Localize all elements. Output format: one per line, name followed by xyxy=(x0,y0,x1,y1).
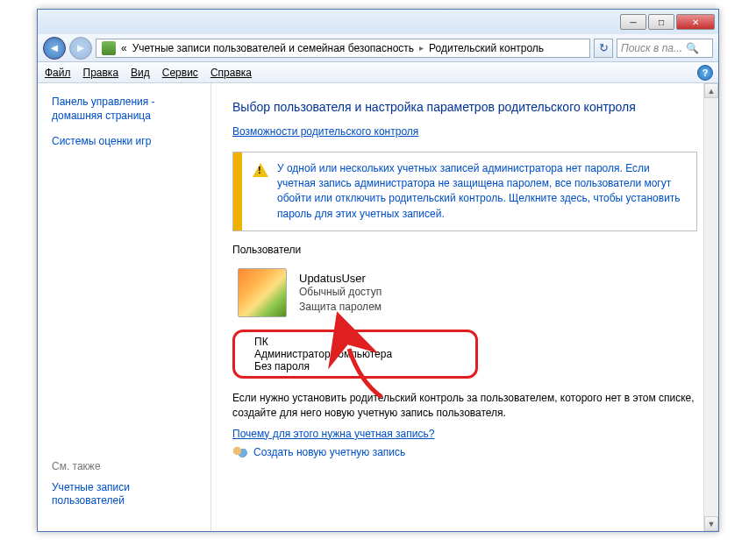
create-account-label: Создать новую учетную запись xyxy=(253,446,405,458)
search-placeholder: Поиск в па... xyxy=(621,42,682,54)
help-icon[interactable]: ? xyxy=(697,65,713,81)
users-icon xyxy=(232,445,248,459)
address-bar: ◄ ► « Учетные записи пользователей и сем… xyxy=(38,34,718,62)
search-input[interactable]: Поиск в па... 🔍 xyxy=(617,39,713,58)
control-panel-window: ─ □ ✕ ◄ ► « Учетные записи пользователей… xyxy=(37,9,719,532)
sidebar: Панель управления - домашняя страница Си… xyxy=(38,83,211,531)
warning-icon xyxy=(253,163,268,177)
menu-view[interactable]: Вид xyxy=(131,67,150,79)
user-access: Администратор компьютера xyxy=(254,348,392,360)
see-also-label: См. также xyxy=(52,460,200,472)
content-pane: Выбор пользователя и настройка параметро… xyxy=(211,83,718,531)
scroll-down-icon[interactable]: ▼ xyxy=(704,516,718,531)
note-text: Если нужно установить родительский контр… xyxy=(232,391,697,421)
scroll-up-icon[interactable]: ▲ xyxy=(704,83,718,98)
user-password: Без пароля xyxy=(254,360,392,372)
breadcrumb-part2[interactable]: Родительский контроль xyxy=(429,42,544,54)
user-name: ПК xyxy=(254,336,392,348)
avatar xyxy=(238,268,287,317)
user-name: UpdatusUser xyxy=(299,272,382,285)
user-password: Защита паролем xyxy=(299,300,382,314)
search-icon: 🔍 xyxy=(686,42,699,54)
warning-text: У одной или нескольких учетных записей а… xyxy=(277,161,686,223)
menu-file[interactable]: Файл xyxy=(45,67,71,79)
user-access: Обычный доступ xyxy=(299,285,382,299)
sidebar-home-link[interactable]: Панель управления - домашняя страница xyxy=(52,96,200,123)
sidebar-accounts-link[interactable]: Учетные записи пользователей xyxy=(52,481,200,508)
menu-edit[interactable]: Правка xyxy=(83,67,119,79)
user-row-updatususer[interactable]: UpdatusUser Обычный доступ Защита пароле… xyxy=(232,263,697,323)
menu-help[interactable]: Справка xyxy=(210,67,252,79)
page-title: Выбор пользователя и настройка параметро… xyxy=(232,99,697,117)
capabilities-link[interactable]: Возможности родительского контроля xyxy=(232,125,418,138)
forward-button[interactable]: ► xyxy=(69,37,92,60)
minimize-button[interactable]: ─ xyxy=(620,14,646,30)
back-button[interactable]: ◄ xyxy=(43,37,66,60)
why-account-link[interactable]: Почему для этого нужна учетная запись? xyxy=(232,428,697,440)
chevron-right-icon: ▸ xyxy=(419,43,424,53)
menu-tools[interactable]: Сервис xyxy=(162,67,198,79)
warning-stripe xyxy=(233,152,242,231)
users-section-label: Пользователи xyxy=(232,244,697,256)
breadcrumb-part1[interactable]: Учетные записи пользователей и семейная … xyxy=(132,42,414,54)
warning-box[interactable]: У одной или нескольких учетных записей а… xyxy=(232,152,697,232)
titlebar: ─ □ ✕ xyxy=(38,10,718,34)
vertical-scrollbar[interactable]: ▲ ▼ xyxy=(703,83,718,531)
create-account-link[interactable]: Создать новую учетную запись xyxy=(232,445,697,459)
maximize-button[interactable]: □ xyxy=(648,14,674,30)
control-panel-icon xyxy=(102,41,116,55)
breadcrumb[interactable]: « Учетные записи пользователей и семейна… xyxy=(96,39,590,58)
refresh-button[interactable]: ↻ xyxy=(594,39,613,58)
user-row-pk[interactable]: ПК Администратор компьютера Без пароля xyxy=(232,330,478,379)
menubar: Файл Правка Вид Сервис Справка ? xyxy=(38,62,718,83)
close-button[interactable]: ✕ xyxy=(676,14,715,30)
sidebar-ratings-link[interactable]: Системы оценки игр xyxy=(52,135,200,149)
breadcrumb-prefix: « xyxy=(121,42,127,54)
